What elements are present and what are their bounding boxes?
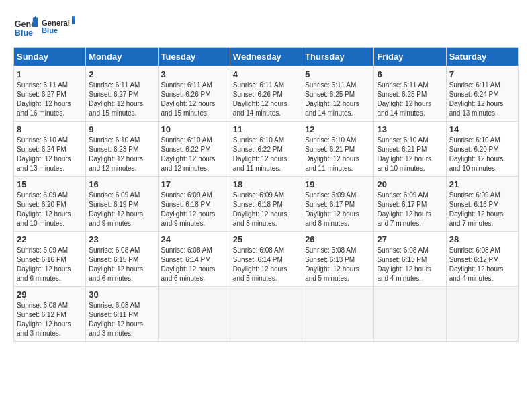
- day-number: 2: [89, 69, 154, 79]
- day-number: 30: [89, 289, 154, 300]
- calendar-week-row: 1 Sunrise: 6:11 AMSunset: 6:27 PMDayligh…: [14, 66, 519, 122]
- day-info: Sunrise: 6:08 AMSunset: 6:14 PMDaylight:…: [161, 246, 216, 282]
- calendar-cell: 2 Sunrise: 6:11 AMSunset: 6:27 PMDayligh…: [86, 66, 158, 122]
- day-info: Sunrise: 6:11 AMSunset: 6:26 PMDaylight:…: [233, 81, 287, 117]
- day-info: Sunrise: 6:11 AMSunset: 6:27 PMDaylight:…: [89, 81, 143, 117]
- day-number: 21: [449, 179, 515, 189]
- day-info: Sunrise: 6:09 AMSunset: 6:17 PMDaylight:…: [377, 191, 431, 227]
- day-number: 22: [17, 234, 83, 244]
- calendar-cell: 28 Sunrise: 6:08 AMSunset: 6:12 PMDaylig…: [446, 232, 518, 287]
- calendar-cell: 27 Sunrise: 6:08 AMSunset: 6:13 PMDaylig…: [374, 232, 446, 287]
- calendar-cell: 8 Sunrise: 6:10 AMSunset: 6:24 PMDayligh…: [14, 122, 86, 177]
- day-of-week-header: Sunday: [14, 48, 86, 66]
- logo-graphic: General Blue: [42, 13, 75, 40]
- calendar-week-row: 8 Sunrise: 6:10 AMSunset: 6:24 PMDayligh…: [14, 122, 519, 177]
- day-info: Sunrise: 6:11 AMSunset: 6:27 PMDaylight:…: [17, 81, 71, 117]
- day-info: Sunrise: 6:08 AMSunset: 6:12 PMDaylight:…: [449, 246, 504, 282]
- day-number: 28: [449, 234, 515, 244]
- day-number: 3: [161, 69, 227, 79]
- calendar-cell: 10 Sunrise: 6:10 AMSunset: 6:22 PMDaylig…: [158, 122, 230, 177]
- calendar-cell: 13 Sunrise: 6:10 AMSunset: 6:21 PMDaylig…: [374, 122, 446, 177]
- day-of-week-header: Monday: [86, 48, 158, 66]
- day-info: Sunrise: 6:10 AMSunset: 6:23 PMDaylight:…: [89, 136, 143, 172]
- day-number: 8: [17, 124, 83, 134]
- day-number: 17: [161, 179, 227, 189]
- day-info: Sunrise: 6:11 AMSunset: 6:26 PMDaylight:…: [161, 81, 216, 117]
- day-info: Sunrise: 6:09 AMSunset: 6:16 PMDaylight:…: [449, 191, 504, 227]
- calendar-cell: 29 Sunrise: 6:08 AMSunset: 6:12 PMDaylig…: [14, 287, 86, 342]
- svg-text:General: General: [42, 19, 70, 27]
- day-info: Sunrise: 6:10 AMSunset: 6:21 PMDaylight:…: [305, 136, 359, 172]
- day-info: Sunrise: 6:10 AMSunset: 6:21 PMDaylight:…: [377, 136, 431, 172]
- day-of-week-header: Friday: [374, 48, 446, 66]
- day-number: 26: [305, 234, 371, 244]
- calendar-cell: 9 Sunrise: 6:10 AMSunset: 6:23 PMDayligh…: [86, 122, 158, 177]
- day-info: Sunrise: 6:08 AMSunset: 6:13 PMDaylight:…: [305, 246, 359, 282]
- day-info: Sunrise: 6:09 AMSunset: 6:17 PMDaylight:…: [305, 191, 359, 227]
- calendar-cell: [158, 287, 230, 342]
- calendar-cell: [446, 287, 518, 342]
- svg-text:Blue: Blue: [15, 28, 33, 38]
- day-of-week-header: Thursday: [302, 48, 374, 66]
- calendar-cell: 22 Sunrise: 6:09 AMSunset: 6:16 PMDaylig…: [14, 232, 86, 287]
- day-of-week-header: Saturday: [446, 48, 518, 66]
- calendar-cell: 11 Sunrise: 6:10 AMSunset: 6:22 PMDaylig…: [230, 122, 302, 177]
- day-number: 23: [89, 234, 154, 244]
- day-info: Sunrise: 6:09 AMSunset: 6:16 PMDaylight:…: [17, 246, 71, 282]
- day-of-week-header: Wednesday: [230, 48, 302, 66]
- calendar-cell: [230, 287, 302, 342]
- calendar-cell: 4 Sunrise: 6:11 AMSunset: 6:26 PMDayligh…: [230, 66, 302, 122]
- day-number: 25: [233, 234, 299, 244]
- calendar-cell: 17 Sunrise: 6:09 AMSunset: 6:18 PMDaylig…: [158, 177, 230, 232]
- calendar-week-row: 15 Sunrise: 6:09 AMSunset: 6:20 PMDaylig…: [14, 177, 519, 232]
- day-info: Sunrise: 6:10 AMSunset: 6:22 PMDaylight:…: [233, 136, 287, 172]
- day-number: 7: [449, 69, 515, 79]
- calendar-cell: 12 Sunrise: 6:10 AMSunset: 6:21 PMDaylig…: [302, 122, 374, 177]
- day-number: 5: [305, 69, 371, 79]
- day-number: 13: [377, 124, 443, 134]
- day-number: 1: [17, 69, 83, 79]
- calendar-cell: 15 Sunrise: 6:09 AMSunset: 6:20 PMDaylig…: [14, 177, 86, 232]
- svg-text:Blue: Blue: [42, 26, 58, 34]
- calendar-cell: 30 Sunrise: 6:08 AMSunset: 6:11 PMDaylig…: [86, 287, 158, 342]
- calendar-body: 1 Sunrise: 6:11 AMSunset: 6:27 PMDayligh…: [14, 66, 519, 342]
- day-number: 14: [449, 124, 515, 134]
- day-info: Sunrise: 6:10 AMSunset: 6:24 PMDaylight:…: [17, 136, 71, 172]
- day-info: Sunrise: 6:09 AMSunset: 6:18 PMDaylight:…: [161, 191, 216, 227]
- day-info: Sunrise: 6:11 AMSunset: 6:25 PMDaylight:…: [377, 81, 431, 117]
- calendar-cell: [302, 287, 374, 342]
- day-info: Sunrise: 6:08 AMSunset: 6:14 PMDaylight:…: [233, 246, 287, 282]
- day-info: Sunrise: 6:11 AMSunset: 6:24 PMDaylight:…: [449, 81, 504, 117]
- calendar-cell: 7 Sunrise: 6:11 AMSunset: 6:24 PMDayligh…: [446, 66, 518, 122]
- calendar-cell: 3 Sunrise: 6:11 AMSunset: 6:26 PMDayligh…: [158, 66, 230, 122]
- calendar-cell: 18 Sunrise: 6:09 AMSunset: 6:18 PMDaylig…: [230, 177, 302, 232]
- day-number: 27: [377, 234, 443, 244]
- day-info: Sunrise: 6:08 AMSunset: 6:11 PMDaylight:…: [89, 302, 143, 337]
- day-info: Sunrise: 6:11 AMSunset: 6:25 PMDaylight:…: [305, 81, 359, 117]
- calendar-cell: 5 Sunrise: 6:11 AMSunset: 6:25 PMDayligh…: [302, 66, 374, 122]
- day-info: Sunrise: 6:10 AMSunset: 6:22 PMDaylight:…: [161, 136, 216, 172]
- logo: General Blue General Blue: [13, 13, 75, 40]
- day-number: 24: [161, 234, 227, 244]
- calendar-week-row: 29 Sunrise: 6:08 AMSunset: 6:12 PMDaylig…: [14, 287, 519, 342]
- day-number: 29: [17, 289, 83, 300]
- calendar-table: SundayMondayTuesdayWednesdayThursdayFrid…: [13, 47, 519, 342]
- calendar-cell: 1 Sunrise: 6:11 AMSunset: 6:27 PMDayligh…: [14, 66, 86, 122]
- day-number: 19: [305, 179, 371, 189]
- day-number: 11: [233, 124, 299, 134]
- calendar-cell: 23 Sunrise: 6:08 AMSunset: 6:15 PMDaylig…: [86, 232, 158, 287]
- day-number: 20: [377, 179, 443, 189]
- day-number: 16: [89, 179, 154, 189]
- calendar-cell: 21 Sunrise: 6:09 AMSunset: 6:16 PMDaylig…: [446, 177, 518, 232]
- calendar-cell: 20 Sunrise: 6:09 AMSunset: 6:17 PMDaylig…: [374, 177, 446, 232]
- calendar-cell: 14 Sunrise: 6:10 AMSunset: 6:20 PMDaylig…: [446, 122, 518, 177]
- page-header: General Blue General Blue: [13, 13, 519, 40]
- day-number: 6: [377, 69, 443, 79]
- day-info: Sunrise: 6:08 AMSunset: 6:15 PMDaylight:…: [89, 246, 143, 282]
- day-of-week-header: Tuesday: [158, 48, 230, 66]
- day-info: Sunrise: 6:09 AMSunset: 6:20 PMDaylight:…: [17, 191, 71, 227]
- calendar-week-row: 22 Sunrise: 6:09 AMSunset: 6:16 PMDaylig…: [14, 232, 519, 287]
- calendar-cell: 16 Sunrise: 6:09 AMSunset: 6:19 PMDaylig…: [86, 177, 158, 232]
- days-of-week-row: SundayMondayTuesdayWednesdayThursdayFrid…: [14, 48, 519, 66]
- day-number: 15: [17, 179, 83, 189]
